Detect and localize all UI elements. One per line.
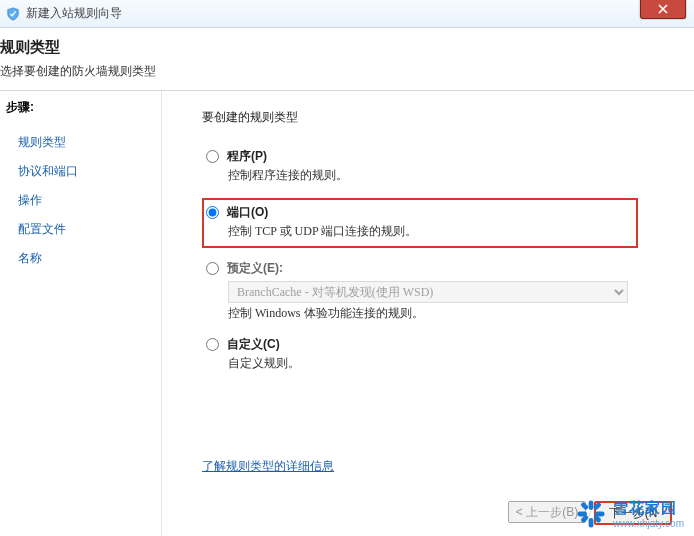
wizard-header: 规则类型 选择要创建的防火墙规则类型 [0,28,694,91]
svg-rect-4 [580,501,589,510]
snowflake-logo-icon [575,498,607,530]
svg-rect-1 [589,518,594,528]
shield-icon [6,7,20,21]
option-predefined: 预定义(E): BranchCache - 对等机发现(使用 WSD) 控制 W… [202,260,668,322]
step-rule-type[interactable]: 规则类型 [6,128,161,157]
brand-name: 雪花家园 [613,499,684,518]
header-subtitle: 选择要创建的防火墙规则类型 [0,63,682,80]
radio-custom[interactable] [206,338,219,351]
option-custom-label: 自定义(C) [227,336,280,353]
option-port: 端口(O) 控制 TCP 或 UDP 端口连接的规则。 [202,198,638,248]
option-predefined-desc: 控制 Windows 体验功能连接的规则。 [228,305,668,322]
steps-sidebar: 步骤: 规则类型 协议和端口 操作 配置文件 名称 [0,91,162,536]
radio-port[interactable] [206,206,219,219]
main-prompt: 要创建的规则类型 [202,109,668,126]
option-port-label: 端口(O) [227,204,268,221]
radio-predefined[interactable] [206,262,219,275]
header-title: 规则类型 [0,38,682,57]
option-program-label: 程序(P) [227,148,267,165]
step-action[interactable]: 操作 [6,186,161,215]
option-custom-desc: 自定义规则。 [228,355,668,372]
close-icon [658,4,668,14]
option-custom: 自定义(C) 自定义规则。 [202,336,668,372]
radio-program[interactable] [206,150,219,163]
step-profile[interactable]: 配置文件 [6,215,161,244]
wizard-main: 要创建的规则类型 程序(P) 控制程序连接的规则。 端口(O) 控制 TCP 或… [162,91,694,536]
close-button[interactable] [640,0,686,19]
option-program-desc: 控制程序连接的规则。 [228,167,668,184]
option-predefined-label: 预定义(E): [227,260,283,277]
wizard-body: 步骤: 规则类型 协议和端口 操作 配置文件 名称 要创建的规则类型 程序(P)… [0,91,694,536]
brand-text: 雪花家园 www.xhjaty.com [613,499,684,529]
svg-rect-6 [593,501,602,510]
predefined-select[interactable]: BranchCache - 对等机发现(使用 WSD) [228,281,628,303]
window-title: 新建入站规则向导 [26,5,122,22]
step-name[interactable]: 名称 [6,244,161,273]
option-port-desc: 控制 TCP 或 UDP 端口连接的规则。 [228,223,630,240]
brand-url: www.xhjaty.com [613,518,684,529]
step-protocol-port[interactable]: 协议和端口 [6,157,161,186]
option-program: 程序(P) 控制程序连接的规则。 [202,148,668,184]
svg-rect-0 [589,500,594,510]
titlebar: 新建入站规则向导 [0,0,694,28]
steps-heading: 步骤: [6,99,161,116]
help-link[interactable]: 了解规则类型的详细信息 [202,458,334,475]
brand-watermark: 雪花家园 www.xhjaty.com [575,498,684,530]
